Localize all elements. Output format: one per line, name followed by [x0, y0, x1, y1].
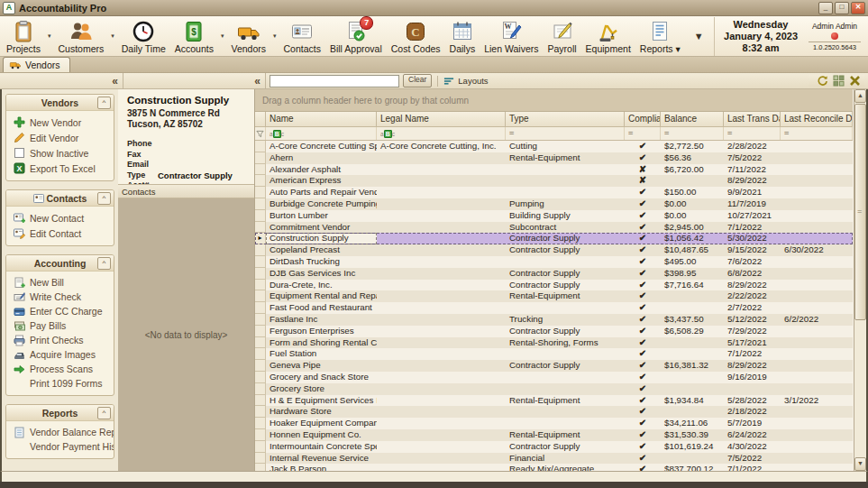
- panel-collapse-icon[interactable]: ^: [97, 97, 111, 109]
- cell-name[interactable]: Equipment Rental and Repair: [266, 290, 377, 302]
- cell-balance[interactable]: [661, 348, 724, 360]
- refresh-icon[interactable]: [816, 75, 828, 87]
- column-header-name[interactable]: Name: [266, 112, 377, 126]
- cell-type[interactable]: Rental-Equipment: [506, 395, 625, 407]
- cell-type[interactable]: [506, 164, 625, 176]
- compliant-check-icon[interactable]: ✔: [625, 302, 661, 314]
- row-indicator[interactable]: [255, 290, 266, 302]
- cell-legal-name[interactable]: [377, 152, 506, 164]
- cell-last-reconcile-date[interactable]: [781, 210, 853, 222]
- row-indicator[interactable]: ▸: [255, 233, 266, 244]
- compliant-check-icon[interactable]: ✔: [625, 210, 661, 222]
- checkbox-icon[interactable]: [14, 147, 25, 159]
- panel-collapse-icon[interactable]: ^: [97, 192, 111, 205]
- cell-name[interactable]: Intermountain Concrete Specialties: [266, 441, 377, 453]
- cell-legal-name[interactable]: [377, 453, 506, 465]
- toolbar-payroll-button[interactable]: Payroll: [544, 16, 581, 56]
- compliant-check-icon[interactable]: ✔: [625, 337, 661, 349]
- cell-last-trans-date[interactable]: 11/7/2019: [724, 198, 781, 210]
- table-row[interactable]: DirtDash Trucking✔$495.007/6/2022: [255, 256, 853, 268]
- cell-balance[interactable]: $2,945.00: [661, 222, 724, 234]
- cell-last-trans-date[interactable]: 9/9/2021: [724, 187, 781, 198]
- cell-type[interactable]: Subcontract: [506, 222, 625, 234]
- scroll-up-icon[interactable]: ▲: [854, 89, 866, 103]
- cell-legal-name[interactable]: [377, 360, 506, 372]
- cell-type[interactable]: [506, 187, 625, 198]
- cell-balance[interactable]: $837,700.12: [661, 464, 724, 471]
- vertical-scrollbar[interactable]: ▲ ▼: [854, 89, 866, 471]
- cell-balance[interactable]: $0.00: [661, 198, 724, 210]
- cell-last-trans-date[interactable]: 5/17/2021: [724, 337, 781, 349]
- compliant-check-icon[interactable]: ✔: [625, 360, 661, 372]
- cell-legal-name[interactable]: [377, 244, 506, 256]
- table-row[interactable]: Fast Food and Restaurant✔2/7/2022: [255, 302, 853, 314]
- cell-last-reconcile-date[interactable]: [781, 464, 853, 471]
- cell-name[interactable]: Construction Supply: [266, 233, 377, 244]
- minimize-button[interactable]: _: [818, 2, 833, 14]
- sidebar-item-new-vendor[interactable]: New Vendor: [6, 115, 114, 130]
- toolbar-contacts-button[interactable]: Contacts: [279, 16, 325, 56]
- cell-name[interactable]: A-Core Concrete Cutting Specialists: [266, 141, 377, 152]
- cell-type[interactable]: [506, 372, 625, 383]
- table-row[interactable]: Internal Revenue ServiceFinancial✔7/5/20…: [255, 453, 853, 465]
- cell-last-reconcile-date[interactable]: [781, 372, 853, 383]
- cell-balance[interactable]: $0.00: [661, 210, 724, 222]
- sidebar-item-pay-bills[interactable]: Pay Bills: [6, 318, 114, 333]
- cell-name[interactable]: Fastlane Inc: [266, 314, 377, 326]
- cell-last-reconcile-date[interactable]: [781, 326, 853, 337]
- filter-cell-last-trans-date[interactable]: =: [724, 127, 781, 140]
- toolbar-dailys-button[interactable]: Dailys: [445, 16, 480, 56]
- sidebar-item-export-to-excel[interactable]: X Export To Excel: [6, 161, 114, 176]
- cell-balance[interactable]: $1,934.84: [661, 395, 724, 407]
- row-indicator[interactable]: [255, 429, 266, 441]
- cell-legal-name[interactable]: [377, 395, 506, 407]
- filter-cell-compliant[interactable]: =: [625, 127, 661, 140]
- compliant-check-icon[interactable]: ✔: [625, 406, 661, 418]
- table-row[interactable]: Fastlane IncTrucking✔$3,437.505/12/20226…: [255, 314, 853, 326]
- cell-balance[interactable]: [661, 175, 724, 187]
- cell-balance[interactable]: $6,720.00: [661, 164, 724, 176]
- compliant-check-icon[interactable]: ✔: [625, 372, 661, 383]
- row-indicator[interactable]: [255, 453, 266, 465]
- cell-balance[interactable]: [661, 337, 724, 349]
- row-indicator[interactable]: [255, 406, 266, 418]
- scroll-down-icon[interactable]: ▼: [854, 457, 866, 471]
- cell-balance[interactable]: $150.00: [661, 187, 724, 198]
- cell-name[interactable]: Copeland Precast: [266, 244, 377, 256]
- compliant-check-icon[interactable]: ✔: [625, 290, 661, 302]
- cell-last-reconcile-date[interactable]: 6/30/2022: [781, 244, 853, 256]
- table-row[interactable]: Jack B ParsonReady Mix/Aggregate✔$837,70…: [255, 464, 853, 471]
- table-row[interactable]: Hoaker Equipment Company✔$34,211.065/7/2…: [255, 418, 853, 429]
- close-button[interactable]: ✕: [851, 2, 865, 14]
- compliant-check-icon[interactable]: ✔: [625, 429, 661, 441]
- table-row[interactable]: Intermountain Concrete SpecialtiesContra…: [255, 441, 853, 453]
- toolbar-overflow-chevron-icon[interactable]: ▼: [685, 16, 713, 56]
- cell-last-reconcile-date[interactable]: [781, 141, 853, 152]
- cell-balance[interactable]: $495.00: [661, 256, 724, 268]
- cell-last-trans-date[interactable]: 8/29/2022: [724, 280, 781, 291]
- customers-dropdown-chevron-icon[interactable]: ▾: [108, 16, 117, 56]
- sidebar-item-enter-cc-charge[interactable]: Enter CC Charge: [6, 304, 114, 318]
- cell-last-reconcile-date[interactable]: [781, 360, 853, 372]
- cell-balance[interactable]: $31,530.39: [661, 429, 724, 441]
- row-indicator[interactable]: [255, 268, 266, 280]
- cell-last-trans-date[interactable]: 5/30/2022: [724, 233, 781, 244]
- row-indicator[interactable]: [255, 164, 266, 176]
- cell-last-trans-date[interactable]: 5/28/2022: [724, 395, 781, 407]
- collapse-sidebar-icon[interactable]: «: [112, 77, 118, 86]
- cell-type[interactable]: Contractor Supply: [506, 233, 625, 244]
- table-row[interactable]: DJB Gas Services IncContractor Supply✔$3…: [255, 268, 853, 280]
- cell-last-reconcile-date[interactable]: [781, 337, 853, 349]
- cell-last-trans-date[interactable]: 7/5/2022: [724, 453, 781, 465]
- cell-legal-name[interactable]: [377, 164, 506, 176]
- cell-last-reconcile-date[interactable]: [781, 164, 853, 176]
- row-indicator[interactable]: [255, 464, 266, 471]
- cell-name[interactable]: Honnen Equipment Co.: [266, 429, 377, 441]
- toolbar-accounts-button[interactable]: $ Accounts: [170, 16, 218, 56]
- cell-last-trans-date[interactable]: 5/7/2019: [724, 418, 781, 429]
- cell-last-reconcile-date[interactable]: [781, 280, 853, 291]
- cell-last-reconcile-date[interactable]: [781, 233, 853, 244]
- compliant-check-icon[interactable]: ✔: [625, 222, 661, 234]
- cell-last-trans-date[interactable]: 7/6/2022: [724, 256, 781, 268]
- cell-last-trans-date[interactable]: 7/1/2022: [724, 464, 781, 471]
